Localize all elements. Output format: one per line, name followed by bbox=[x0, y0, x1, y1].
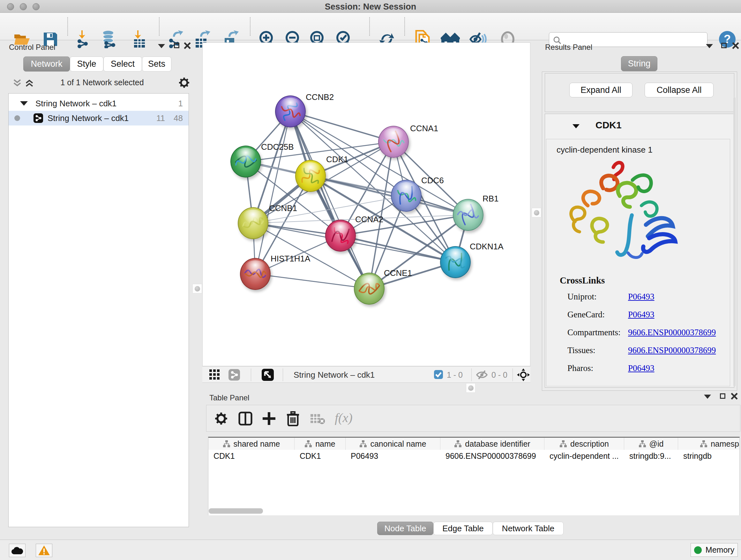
tab-style[interactable]: Style bbox=[70, 57, 104, 71]
delete-column-trash-icon[interactable] bbox=[286, 411, 300, 426]
control-panel: Control Panel NetworkStyleSelectSets 1 o… bbox=[3, 40, 192, 534]
crosslink-link[interactable]: P06493 bbox=[628, 310, 655, 320]
column-header-name[interactable]: name bbox=[294, 438, 346, 450]
network-label: String Network – cdk1 bbox=[48, 113, 129, 123]
warning-status-button[interactable] bbox=[36, 544, 52, 557]
gear-icon[interactable] bbox=[179, 77, 190, 88]
memory-button[interactable]: Memory bbox=[690, 543, 738, 557]
crosslink-link[interactable]: P06493 bbox=[628, 363, 655, 373]
node-cdk1[interactable] bbox=[295, 160, 326, 192]
node-table[interactable]: shared namenamecanonical namedatabase id… bbox=[208, 437, 740, 515]
column-header--id[interactable]: @id bbox=[624, 438, 678, 450]
current-network-dot bbox=[14, 115, 20, 121]
column-label: name bbox=[315, 439, 335, 449]
edge-ccnb2-ccna1[interactable] bbox=[290, 111, 394, 142]
panel-close-icon[interactable] bbox=[732, 42, 739, 49]
expand-all-icon[interactable] bbox=[25, 78, 34, 87]
node-gloss bbox=[458, 201, 479, 215]
node-gloss bbox=[330, 222, 351, 236]
show-columns-icon[interactable] bbox=[239, 412, 253, 426]
column-header-canonical-name[interactable]: canonical name bbox=[346, 438, 441, 450]
node-cdc6[interactable] bbox=[391, 180, 421, 212]
table-panel-title: Table Panel bbox=[209, 393, 249, 402]
tab-edge-table[interactable]: Edge Table bbox=[433, 522, 493, 535]
tab-select[interactable]: Select bbox=[104, 57, 142, 71]
column-label: @id bbox=[650, 439, 664, 449]
detach-view-icon[interactable] bbox=[262, 369, 274, 381]
node-ccna1[interactable] bbox=[378, 126, 409, 158]
protein-description: cyclin-dependent kinase 1 bbox=[556, 145, 653, 155]
panel-float-icon[interactable] bbox=[174, 43, 179, 48]
panel-menu-icon[interactable] bbox=[704, 395, 711, 399]
table-horizontal-scrollbar[interactable] bbox=[209, 508, 263, 514]
column-label: namespace bbox=[711, 439, 740, 449]
protein-expander-icon[interactable] bbox=[572, 124, 580, 128]
node-label-hist1h1a: HIST1H1A bbox=[271, 254, 310, 264]
hidden-count: 0 - 0 bbox=[491, 370, 508, 380]
status-bar: Memory bbox=[0, 540, 741, 560]
vertical-splitter-handle[interactable] bbox=[532, 208, 541, 217]
table-settings-gear-icon[interactable] bbox=[215, 412, 227, 425]
crosslink-link[interactable]: 9606.ENSP00000378699 bbox=[628, 327, 716, 337]
tab-network-table[interactable]: Network Table bbox=[493, 522, 563, 535]
birds-eye-icon[interactable] bbox=[517, 368, 530, 381]
column-header-database-identifier[interactable]: database identifier bbox=[441, 438, 544, 450]
toolbar-separator bbox=[369, 17, 370, 36]
panel-float-icon[interactable] bbox=[720, 393, 725, 399]
edge-hist1h1a-ccne1[interactable] bbox=[255, 274, 369, 289]
delete-table-icon-disabled bbox=[311, 414, 325, 424]
network-row-selected[interactable]: String Network – cdk1 11 48 bbox=[9, 111, 189, 125]
network-share-view-icon[interactable] bbox=[228, 369, 240, 381]
collapse-all-icon[interactable] bbox=[13, 78, 22, 87]
crosslinks-title: CrossLinks bbox=[560, 275, 605, 286]
add-column-icon[interactable] bbox=[262, 412, 276, 426]
table-cell[interactable]: 9606.ENSP00000378699 bbox=[441, 450, 544, 462]
table-cell[interactable]: CDK1 bbox=[208, 450, 294, 462]
column-header-shared-name[interactable]: shared name bbox=[208, 438, 294, 450]
node-ccna2[interactable] bbox=[325, 220, 356, 252]
expand-all-button[interactable]: Expand All bbox=[569, 83, 632, 98]
crosslink-link[interactable]: P06493 bbox=[628, 292, 655, 302]
network-canvas[interactable]: CCNB2CCNA1CDC25BCDK1CDC6RB1CCNB1CCNA2CDK… bbox=[202, 43, 530, 366]
node-ccne1[interactable] bbox=[354, 273, 385, 305]
network-share-icon bbox=[33, 113, 43, 123]
node-hist1h1a[interactable] bbox=[240, 258, 271, 290]
node-ccnb2[interactable] bbox=[275, 96, 306, 127]
results-panel: Results Panel String Expand All Collapse… bbox=[541, 40, 741, 393]
table-cell[interactable]: stringdb:9... bbox=[624, 450, 678, 462]
node-ccnb1[interactable] bbox=[238, 207, 268, 239]
table-cell[interactable]: cyclin-dependent ... bbox=[544, 450, 624, 462]
table-cell[interactable]: CDK1 bbox=[294, 450, 346, 462]
tab-node-table[interactable]: Node Table bbox=[377, 522, 433, 535]
network-collection-row[interactable]: String Network – cdk1 1 bbox=[9, 96, 189, 111]
collapse-all-button[interactable]: Collapse All bbox=[645, 83, 714, 98]
table-cell[interactable]: P06493 bbox=[346, 450, 441, 462]
collection-expander-icon[interactable] bbox=[20, 101, 28, 106]
table-cell[interactable]: stringdb bbox=[678, 450, 740, 462]
cloud-status-button[interactable] bbox=[9, 544, 25, 557]
node-cdkn1a[interactable] bbox=[440, 246, 471, 278]
table-panel: Table Panel bbox=[205, 392, 741, 538]
crosslink-link[interactable]: 9606.ENSP00000378699 bbox=[628, 346, 716, 355]
tab-network[interactable]: Network bbox=[23, 57, 70, 71]
window-title: Session: New Session bbox=[0, 2, 741, 12]
column-header-namespace[interactable]: namespace bbox=[678, 438, 740, 450]
panel-float-icon[interactable] bbox=[721, 43, 727, 48]
grid-view-icon[interactable] bbox=[209, 369, 220, 380]
selected-checkbox-icon[interactable] bbox=[434, 370, 443, 379]
panel-close-icon[interactable] bbox=[184, 42, 191, 49]
panel-close-icon[interactable] bbox=[731, 393, 738, 400]
panel-menu-icon[interactable] bbox=[158, 44, 165, 48]
panel-menu-icon[interactable] bbox=[706, 44, 713, 48]
network-view-name: String Network – cdk1 bbox=[293, 370, 375, 380]
vertical-splitter-handle[interactable] bbox=[192, 284, 202, 294]
tab-string[interactable]: String bbox=[621, 56, 657, 71]
results-scrollbar[interactable] bbox=[733, 98, 736, 386]
column-header-description[interactable]: description bbox=[544, 438, 624, 450]
node-rb1[interactable] bbox=[453, 199, 483, 231]
node-label-ccnb1: CCNB1 bbox=[269, 203, 297, 213]
node-cdc25b[interactable] bbox=[230, 145, 261, 178]
protein-name: CDK1 bbox=[596, 120, 622, 131]
horizontal-splitter-handle[interactable] bbox=[466, 383, 475, 393]
tab-sets[interactable]: Sets bbox=[142, 57, 172, 71]
